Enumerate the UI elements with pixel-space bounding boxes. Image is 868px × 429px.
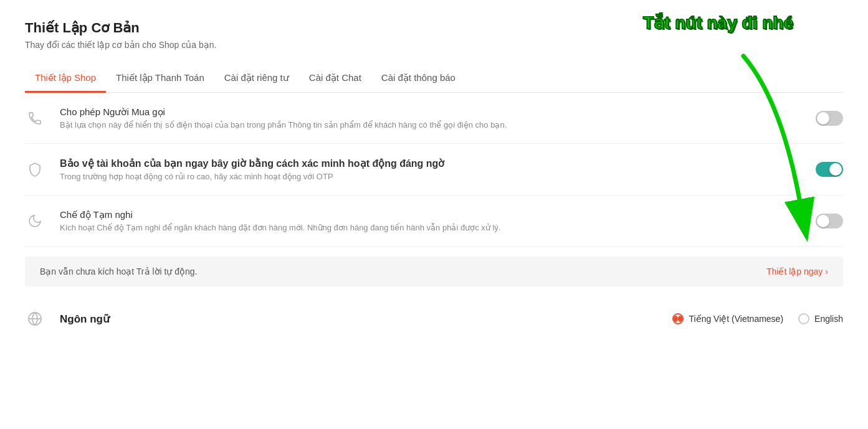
- vacation-slider: [816, 214, 843, 229]
- tab-notification[interactable]: Cài đặt thông báo: [371, 65, 465, 93]
- security-slider: [816, 162, 843, 177]
- language-option-en[interactable]: English: [798, 313, 843, 324]
- auto-reply-text: Bạn vẫn chưa kích hoạt Trả lời tự động.: [40, 266, 198, 276]
- auto-reply-link[interactable]: Thiết lập ngay ›: [766, 266, 828, 276]
- language-vi-label: Tiếng Việt (Vietnamese): [689, 314, 783, 324]
- tab-shop[interactable]: Thiết lập Shop: [25, 65, 106, 93]
- language-label: Ngôn ngữ: [55, 313, 672, 326]
- annotation-text: Tắt nút này đi nhé: [643, 12, 793, 34]
- language-option-vi[interactable]: Tiếng Việt (Vietnamese): [672, 313, 783, 324]
- annotation-overlay: Tắt nút này đi nhé: [643, 12, 793, 34]
- language-en-label: English: [814, 314, 843, 324]
- radio-vi[interactable]: [672, 313, 684, 324]
- tab-payment[interactable]: Thiết lập Thanh Toán: [106, 65, 214, 93]
- allow-call-toggle-control[interactable]: [816, 111, 843, 126]
- language-options: Tiếng Việt (Vietnamese) English: [672, 313, 843, 324]
- shield-icon: [25, 162, 55, 177]
- security-toggle-control[interactable]: [816, 162, 843, 177]
- auto-reply-banner: Bạn vẫn chưa kích hoạt Trả lời tự động. …: [25, 257, 843, 286]
- allow-call-slider: [816, 111, 843, 126]
- vacation-desc: Kích hoạt Chế độ Tạm nghi để ngăn khách …: [60, 223, 801, 232]
- allow-call-toggle[interactable]: [816, 111, 843, 126]
- auto-reply-link-text: Thiết lập ngay: [766, 266, 823, 276]
- globe-icon: [25, 311, 55, 326]
- language-section: Ngôn ngữ Tiếng Việt (Vietnamese) English: [25, 296, 843, 341]
- green-arrow-icon: [681, 50, 818, 224]
- vacation-toggle-control[interactable]: [816, 214, 843, 229]
- vacation-toggle[interactable]: [816, 214, 843, 229]
- tab-chat[interactable]: Cài đặt Chat: [299, 65, 371, 93]
- radio-en[interactable]: [798, 313, 809, 324]
- auto-reply-chevron: ›: [825, 266, 828, 276]
- security-toggle[interactable]: [816, 162, 843, 177]
- moon-icon: [25, 214, 55, 229]
- tab-privacy[interactable]: Cài đặt riêng tư: [214, 65, 299, 93]
- phone-icon: [25, 111, 55, 126]
- page-subtitle: Thay đổi các thiết lập cơ bản cho Shop c…: [25, 40, 843, 50]
